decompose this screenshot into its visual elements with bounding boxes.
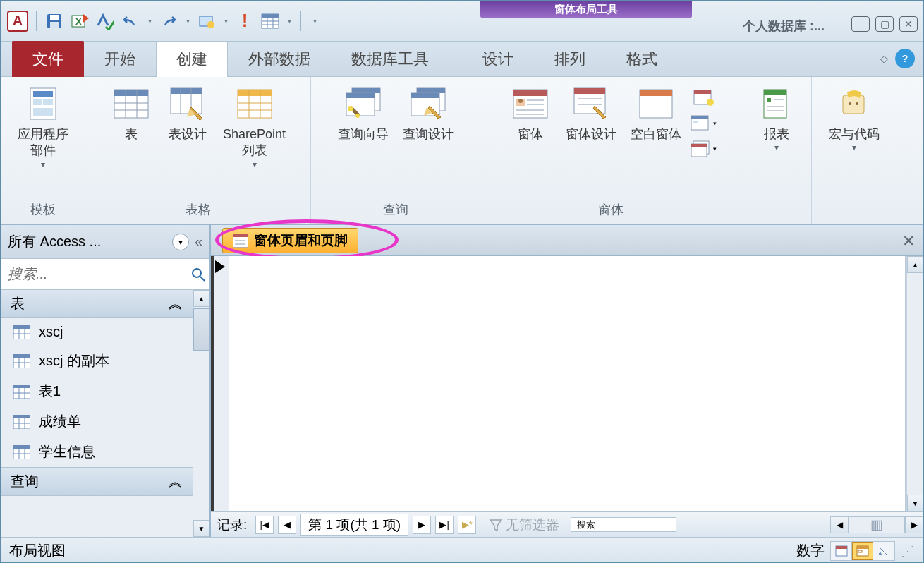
- record-selector[interactable]: [214, 256, 229, 511]
- scroll-down-icon[interactable]: ▼: [193, 520, 209, 537]
- redo-icon[interactable]: [158, 11, 179, 32]
- macro-button[interactable]: 宏与代码 ▾: [823, 83, 885, 155]
- nav-shutter-icon[interactable]: «: [195, 234, 202, 250]
- table-icon: [13, 354, 30, 368]
- tab-design[interactable]: 设计: [462, 41, 534, 77]
- svg-rect-37: [346, 93, 375, 98]
- query-design-button[interactable]: 查询设计: [397, 83, 459, 145]
- tab-arrange[interactable]: 排列: [534, 41, 606, 77]
- nav-scrollbar[interactable]: ▲ ▼: [193, 290, 209, 537]
- tab-file[interactable]: 文件: [12, 41, 84, 77]
- export-excel-icon[interactable]: X: [69, 11, 90, 32]
- first-record-button[interactable]: |◀: [255, 516, 274, 534]
- form-button[interactable]: 窗体: [504, 83, 557, 145]
- table-icon: [13, 385, 30, 399]
- query-wizard-label: 查询向导: [338, 126, 389, 143]
- tab-database-tools[interactable]: 数据库工具: [331, 41, 449, 77]
- record-search-input[interactable]: [571, 517, 676, 532]
- collapse-icon: ︽: [169, 294, 183, 313]
- svg-rect-25: [171, 88, 202, 94]
- scroll-down-icon[interactable]: ▼: [907, 495, 923, 511]
- query-wizard-button[interactable]: 查询向导: [332, 83, 394, 145]
- record-label: 记录:: [217, 516, 247, 534]
- document-tab[interactable]: 窗体页眉和页脚: [222, 228, 358, 253]
- form-view-button[interactable]: [831, 542, 852, 560]
- table-icon: [13, 325, 30, 339]
- mode-icon[interactable]: [196, 11, 217, 32]
- undo-icon[interactable]: [120, 11, 141, 32]
- layout-view-button[interactable]: [852, 542, 873, 560]
- maximize-button[interactable]: ▢: [875, 16, 894, 32]
- dropdown-icon: ▾: [774, 143, 779, 152]
- minimize-button[interactable]: —: [851, 16, 870, 32]
- datasheet-dropdown-icon[interactable]: ▾: [285, 17, 293, 25]
- table-button[interactable]: 表: [104, 83, 158, 145]
- form-label: 窗体: [518, 126, 543, 143]
- redo-dropdown-icon[interactable]: ▾: [183, 17, 192, 25]
- spelling-icon[interactable]: [95, 11, 116, 32]
- navigation-icon[interactable]: ▾: [690, 112, 718, 135]
- table-icon: [113, 85, 150, 122]
- close-button[interactable]: ✕: [899, 16, 918, 32]
- group-tables: 表 表设计 SharePoint 列表 ▾ 表格: [85, 77, 311, 224]
- ribbon-minimize-icon[interactable]: ◇: [880, 53, 888, 64]
- mode-dropdown-icon[interactable]: ▾: [221, 17, 230, 25]
- scroll-up-icon[interactable]: ▲: [907, 256, 923, 273]
- nav-group-tables[interactable]: 表 ︽: [1, 290, 193, 318]
- svg-rect-79: [13, 325, 30, 329]
- tab-external-data[interactable]: 外部数据: [228, 41, 331, 77]
- scroll-up-icon[interactable]: ▲: [193, 290, 209, 307]
- form-canvas[interactable]: ▲ ▼: [211, 256, 905, 511]
- svg-point-38: [348, 106, 353, 111]
- qat-customize-icon[interactable]: ▾: [308, 17, 321, 25]
- workspace: 所有 Access ... ▾ « 表 ︽ xscj: [1, 225, 923, 537]
- scroll-track[interactable]: [193, 307, 209, 520]
- doc-vscrollbar[interactable]: ▲ ▼: [906, 256, 923, 511]
- nav-dropdown-icon[interactable]: ▾: [172, 234, 189, 250]
- scroll-left-icon[interactable]: ◀: [830, 516, 849, 533]
- datasheet-icon[interactable]: [260, 11, 281, 32]
- table-design-icon: [169, 85, 206, 122]
- window-title: 个人数据库 :...: [743, 18, 825, 35]
- new-record-button[interactable]: ▶*: [458, 516, 476, 534]
- sharepoint-button[interactable]: SharePoint 列表 ▾: [217, 83, 291, 172]
- table-design-button[interactable]: 表设计: [161, 83, 214, 145]
- ribbon-tabs: 文件 开始 创建 外部数据 数据库工具 设计 排列 格式 ◇ ?: [1, 42, 923, 77]
- nav-item[interactable]: 表1: [1, 376, 193, 406]
- nav-item[interactable]: 成绩单: [1, 406, 193, 437]
- design-view-button[interactable]: [873, 542, 894, 560]
- more-forms-icon[interactable]: ▾: [690, 138, 718, 160]
- scroll-track[interactable]: [907, 273, 923, 495]
- help-icon[interactable]: ?: [895, 49, 915, 68]
- sharepoint-label: SharePoint 列表: [223, 126, 286, 159]
- form-wizard-icon[interactable]: [690, 87, 718, 109]
- report-button[interactable]: 报表 ▾: [750, 83, 803, 155]
- app-parts-button[interactable]: 应用程序 部件 ▾: [12, 83, 74, 172]
- record-info[interactable]: 第 1 项(共 1 项): [300, 514, 408, 536]
- next-record-button[interactable]: ▶: [413, 516, 431, 534]
- nav-header[interactable]: 所有 Access ... ▾ «: [1, 225, 209, 259]
- nav-group-queries[interactable]: 查询 ︽: [1, 467, 193, 496]
- nav-search-input[interactable]: [5, 263, 190, 285]
- search-icon[interactable]: [190, 265, 206, 284]
- tab-format[interactable]: 格式: [606, 41, 678, 77]
- blank-form-button[interactable]: 空白窗体: [625, 83, 687, 145]
- nav-item[interactable]: xscj: [1, 318, 193, 346]
- hscroll-track[interactable]: ▥: [849, 516, 905, 533]
- nav-item[interactable]: 学生信息: [1, 437, 193, 467]
- tab-create[interactable]: 创建: [156, 41, 228, 77]
- svg-rect-68: [764, 90, 786, 95]
- undo-dropdown-icon[interactable]: ▾: [145, 17, 154, 25]
- save-icon[interactable]: [44, 11, 65, 32]
- last-record-button[interactable]: ▶|: [435, 516, 454, 534]
- nav-item[interactable]: xscj 的副本: [1, 346, 193, 376]
- resize-grip-icon[interactable]: ⋰: [901, 543, 915, 559]
- prev-record-button[interactable]: ◀: [278, 516, 296, 534]
- scroll-right-icon[interactable]: ▶: [905, 516, 923, 533]
- form-body[interactable]: [229, 256, 905, 511]
- scroll-thumb[interactable]: [193, 308, 209, 351]
- tab-home[interactable]: 开始: [84, 41, 156, 77]
- document-close-icon[interactable]: ✕: [902, 232, 915, 250]
- form-design-button[interactable]: 窗体设计: [560, 83, 622, 145]
- priority-icon[interactable]: !: [234, 11, 255, 32]
